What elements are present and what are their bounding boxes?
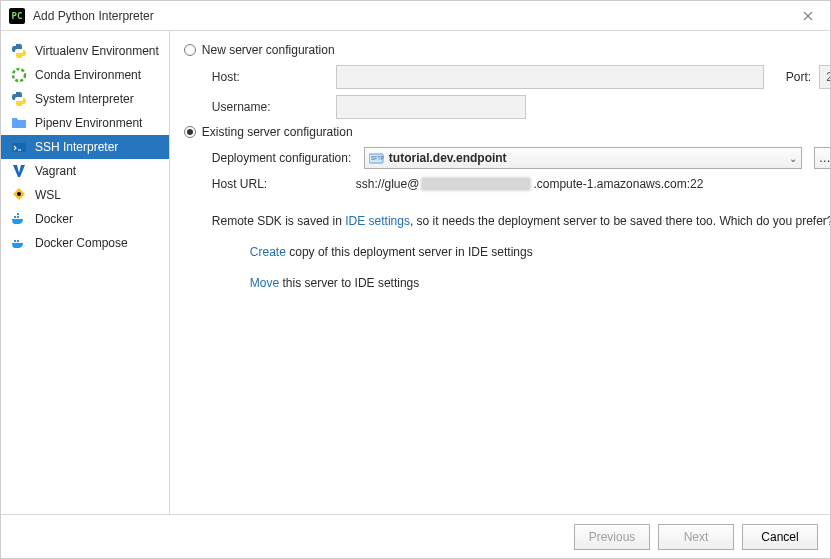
svg-rect-3 [14, 216, 16, 218]
hosturl-value: ssh://glue@ .compute-1.amazonaws.com:22 [356, 177, 704, 191]
python-icon [11, 43, 27, 59]
chevron-down-icon: ⌄ [789, 153, 797, 164]
svg-point-0 [13, 69, 25, 81]
docker-icon [11, 211, 27, 227]
host-input[interactable] [336, 65, 764, 89]
svg-rect-5 [17, 213, 19, 215]
note-part1: Remote SDK is saved in [212, 214, 345, 228]
note-part2: , so it needs the deployment server to b… [410, 214, 831, 228]
username-input[interactable] [336, 95, 526, 119]
close-button[interactable] [794, 2, 822, 30]
sidebar-item-label: Pipenv Environment [35, 116, 142, 130]
sidebar-item-conda[interactable]: Conda Environment [1, 63, 169, 87]
radio-label: New server configuration [202, 43, 335, 57]
sidebar-item-label: Virtualenv Environment [35, 44, 159, 58]
svg-rect-7 [17, 240, 19, 242]
sftp-icon: SFTP [369, 152, 385, 164]
port-label: Port: [786, 70, 811, 84]
sidebar-item-label: SSH Interpreter [35, 140, 118, 154]
radio-icon [184, 44, 196, 56]
sidebar-item-docker-compose[interactable]: Docker Compose [1, 231, 169, 255]
cancel-button[interactable]: Cancel [742, 524, 818, 550]
sidebar-item-label: Vagrant [35, 164, 76, 178]
browse-button[interactable]: … [814, 147, 831, 169]
radio-label: Existing server configuration [202, 125, 353, 139]
svg-rect-6 [14, 240, 16, 242]
hosturl-prefix: ssh://glue@ [356, 177, 420, 191]
sidebar-item-label: Docker Compose [35, 236, 128, 250]
create-copy-link[interactable]: Create [250, 245, 286, 259]
deploy-config-label: Deployment configuration: [212, 151, 356, 165]
new-server-fields: Host: Port: Username: [184, 65, 831, 119]
wsl-icon [11, 187, 27, 203]
username-label: Username: [212, 100, 328, 114]
vagrant-icon [11, 163, 27, 179]
existing-server-fields: Deployment configuration: SFTP tutorial.… [184, 147, 831, 291]
sidebar-item-system[interactable]: System Interpreter [1, 87, 169, 111]
svg-rect-4 [17, 216, 19, 218]
hosturl-label: Host URL: [212, 177, 356, 191]
sidebar-item-vagrant[interactable]: Vagrant [1, 159, 169, 183]
svg-rect-1 [12, 143, 26, 152]
move-link[interactable]: Move [250, 276, 279, 290]
ellipsis-icon: … [819, 151, 831, 165]
create-rest: copy of this deployment server in IDE se… [286, 245, 533, 259]
deploy-config-value: tutorial.dev.endpoint [389, 151, 785, 165]
sidebar-item-pipenv[interactable]: Pipenv Environment [1, 111, 169, 135]
radio-new-server[interactable]: New server configuration [184, 43, 831, 57]
sidebar-item-label: WSL [35, 188, 61, 202]
host-label: Host: [212, 70, 328, 84]
sidebar: Virtualenv Environment Conda Environment… [1, 31, 170, 514]
ide-settings-link[interactable]: IDE settings [345, 214, 410, 228]
note-text: Remote SDK is saved in IDE settings, so … [212, 213, 831, 291]
next-button[interactable]: Next [658, 524, 734, 550]
sidebar-item-label: Docker [35, 212, 73, 226]
docker-compose-icon [11, 235, 27, 251]
svg-text:SFTP: SFTP [371, 155, 384, 161]
svg-point-2 [17, 192, 21, 196]
footer: Previous Next Cancel [1, 514, 830, 558]
radio-icon [184, 126, 196, 138]
folder-icon [11, 115, 27, 131]
hosturl-suffix: .compute-1.amazonaws.com:22 [533, 177, 703, 191]
previous-button[interactable]: Previous [574, 524, 650, 550]
sidebar-item-virtualenv[interactable]: Virtualenv Environment [1, 39, 169, 63]
main-panel: New server configuration Host: Port: Use… [170, 31, 831, 514]
titlebar: PC Add Python Interpreter [1, 1, 830, 31]
deploy-config-select[interactable]: SFTP tutorial.dev.endpoint ⌄ [364, 147, 802, 169]
content: Virtualenv Environment Conda Environment… [1, 31, 830, 514]
close-icon [803, 11, 813, 21]
move-rest: this server to IDE settings [279, 276, 419, 290]
sidebar-item-label: System Interpreter [35, 92, 134, 106]
sidebar-item-wsl[interactable]: WSL [1, 183, 169, 207]
app-icon: PC [9, 8, 25, 24]
ssh-icon [11, 139, 27, 155]
dialog-title: Add Python Interpreter [33, 9, 794, 23]
hosturl-redacted [421, 177, 531, 191]
sidebar-item-label: Conda Environment [35, 68, 141, 82]
radio-existing-server[interactable]: Existing server configuration [184, 125, 831, 139]
python-icon [11, 91, 27, 107]
port-input[interactable] [819, 65, 831, 89]
sidebar-item-ssh[interactable]: SSH Interpreter [1, 135, 169, 159]
conda-icon [11, 67, 27, 83]
sidebar-item-docker[interactable]: Docker [1, 207, 169, 231]
